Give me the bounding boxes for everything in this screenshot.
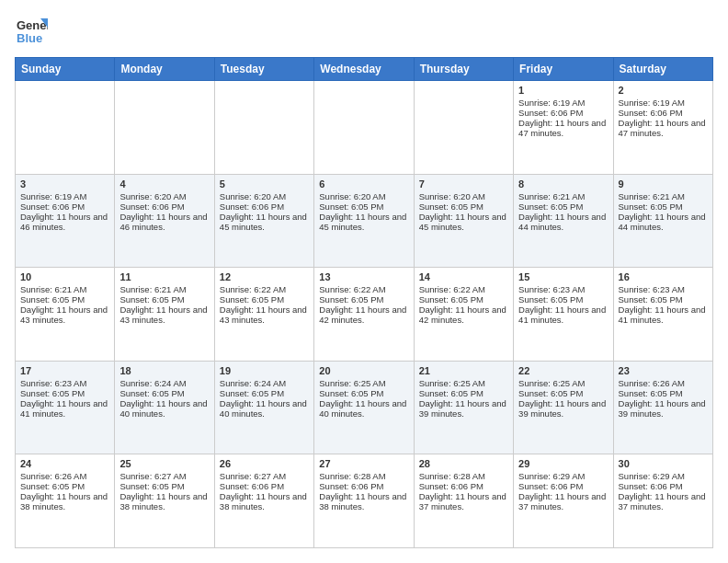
daylight-text: Daylight: 11 hours and 45 minutes. xyxy=(220,212,309,232)
sunset-text: Sunset: 6:06 PM xyxy=(119,201,209,212)
day-number: 24 xyxy=(20,458,109,469)
day-number: 21 xyxy=(419,365,508,376)
day-number: 6 xyxy=(319,178,408,190)
day-number: 15 xyxy=(518,271,608,282)
logo-icon: General Blue xyxy=(15,15,48,48)
sunrise-text: Sunrise: 6:22 AM xyxy=(419,284,508,294)
calendar-cell-16: 16Sunrise: 6:23 AMSunset: 6:05 PMDayligh… xyxy=(613,268,712,362)
daylight-text: Daylight: 11 hours and 42 minutes. xyxy=(319,304,408,325)
day-number: 3 xyxy=(20,178,109,190)
daylight-text: Daylight: 11 hours and 37 minutes. xyxy=(619,491,708,511)
sunrise-text: Sunrise: 6:26 AM xyxy=(20,471,109,481)
sunset-text: Sunset: 6:06 PM xyxy=(619,481,708,491)
day-number: 9 xyxy=(619,178,708,190)
daylight-text: Daylight: 11 hours and 38 minutes. xyxy=(20,491,109,511)
calendar-cell-22: 22Sunrise: 6:25 AMSunset: 6:05 PMDayligh… xyxy=(514,361,613,454)
day-number: 2 xyxy=(619,85,708,96)
sunrise-text: Sunrise: 6:28 AM xyxy=(319,471,408,481)
daylight-text: Daylight: 11 hours and 45 minutes. xyxy=(319,212,408,232)
day-number: 20 xyxy=(319,365,408,376)
sunset-text: Sunset: 6:05 PM xyxy=(518,388,608,398)
sunset-text: Sunset: 6:06 PM xyxy=(518,108,608,118)
daylight-text: Daylight: 11 hours and 45 minutes. xyxy=(419,212,508,232)
calendar-cell-empty xyxy=(16,81,115,175)
calendar-header-wednesday: Wednesday xyxy=(314,58,414,81)
day-number: 26 xyxy=(220,458,309,469)
sunrise-text: Sunrise: 6:20 AM xyxy=(419,191,508,201)
sunset-text: Sunset: 6:05 PM xyxy=(619,388,708,398)
calendar-header-saturday: Saturday xyxy=(613,58,712,81)
sunset-text: Sunset: 6:05 PM xyxy=(220,388,309,398)
calendar-cell-20: 20Sunrise: 6:25 AMSunset: 6:05 PMDayligh… xyxy=(314,361,414,454)
day-number: 19 xyxy=(220,365,309,376)
sunrise-text: Sunrise: 6:29 AM xyxy=(619,471,708,481)
calendar-header-friday: Friday xyxy=(514,58,613,81)
sunrise-text: Sunrise: 6:23 AM xyxy=(20,378,109,388)
day-number: 23 xyxy=(619,365,708,376)
sunrise-text: Sunrise: 6:21 AM xyxy=(518,191,608,201)
daylight-text: Daylight: 11 hours and 37 minutes. xyxy=(419,491,508,511)
day-number: 17 xyxy=(20,365,109,376)
sunset-text: Sunset: 6:05 PM xyxy=(619,201,708,212)
sunrise-text: Sunrise: 6:26 AM xyxy=(619,378,708,388)
calendar-table: SundayMondayTuesdayWednesdayThursdayFrid… xyxy=(15,57,713,548)
day-number: 7 xyxy=(419,178,508,190)
sunset-text: Sunset: 6:05 PM xyxy=(319,201,408,212)
svg-text:Blue: Blue xyxy=(17,31,42,45)
calendar-cell-4: 4Sunrise: 6:20 AMSunset: 6:06 PMDaylight… xyxy=(115,174,214,268)
sunrise-text: Sunrise: 6:22 AM xyxy=(319,284,408,294)
calendar-cell-29: 29Sunrise: 6:29 AMSunset: 6:06 PMDayligh… xyxy=(514,454,613,548)
day-number: 27 xyxy=(319,458,408,469)
calendar-cell-15: 15Sunrise: 6:23 AMSunset: 6:05 PMDayligh… xyxy=(514,268,613,362)
sunset-text: Sunset: 6:05 PM xyxy=(319,388,408,398)
sunrise-text: Sunrise: 6:19 AM xyxy=(20,191,109,201)
sunrise-text: Sunrise: 6:29 AM xyxy=(518,471,608,481)
calendar-cell-14: 14Sunrise: 6:22 AMSunset: 6:05 PMDayligh… xyxy=(414,268,513,362)
sunrise-text: Sunrise: 6:24 AM xyxy=(220,378,309,388)
calendar-header-row: SundayMondayTuesdayWednesdayThursdayFrid… xyxy=(16,58,713,81)
sunset-text: Sunset: 6:06 PM xyxy=(20,201,109,212)
sunset-text: Sunset: 6:05 PM xyxy=(419,388,508,398)
sunrise-text: Sunrise: 6:23 AM xyxy=(518,284,608,294)
calendar-header-monday: Monday xyxy=(115,58,214,81)
sunset-text: Sunset: 6:06 PM xyxy=(220,201,309,212)
calendar-cell-18: 18Sunrise: 6:24 AMSunset: 6:05 PMDayligh… xyxy=(115,361,214,454)
day-number: 1 xyxy=(518,85,608,96)
calendar-cell-9: 9Sunrise: 6:21 AMSunset: 6:05 PMDaylight… xyxy=(613,174,712,268)
sunset-text: Sunset: 6:05 PM xyxy=(518,294,608,304)
day-number: 14 xyxy=(419,271,508,282)
day-number: 16 xyxy=(619,271,708,282)
sunset-text: Sunset: 6:06 PM xyxy=(319,481,408,491)
daylight-text: Daylight: 11 hours and 40 minutes. xyxy=(319,398,408,419)
calendar-cell-1: 1Sunrise: 6:19 AMSunset: 6:06 PMDaylight… xyxy=(514,81,613,175)
calendar-header-tuesday: Tuesday xyxy=(214,58,313,81)
calendar-cell-24: 24Sunrise: 6:26 AMSunset: 6:05 PMDayligh… xyxy=(16,454,115,548)
daylight-text: Daylight: 11 hours and 37 minutes. xyxy=(518,491,608,511)
sunrise-text: Sunrise: 6:21 AM xyxy=(619,191,708,201)
sunrise-text: Sunrise: 6:27 AM xyxy=(119,471,209,481)
calendar-cell-empty xyxy=(414,81,513,175)
logo: General Blue xyxy=(15,15,51,48)
day-number: 30 xyxy=(619,458,708,469)
sunrise-text: Sunrise: 6:20 AM xyxy=(220,191,309,201)
sunset-text: Sunset: 6:05 PM xyxy=(20,294,109,304)
day-number: 18 xyxy=(119,365,209,376)
sunrise-text: Sunrise: 6:25 AM xyxy=(419,378,508,388)
calendar-cell-11: 11Sunrise: 6:21 AMSunset: 6:05 PMDayligh… xyxy=(115,268,214,362)
calendar-cell-28: 28Sunrise: 6:28 AMSunset: 6:06 PMDayligh… xyxy=(414,454,513,548)
daylight-text: Daylight: 11 hours and 39 minutes. xyxy=(619,398,708,419)
calendar-week-4: 24Sunrise: 6:26 AMSunset: 6:05 PMDayligh… xyxy=(16,454,713,548)
daylight-text: Daylight: 11 hours and 38 minutes. xyxy=(119,491,209,511)
page: General Blue SundayMondayTuesdayWednesda… xyxy=(0,0,728,563)
calendar-cell-6: 6Sunrise: 6:20 AMSunset: 6:05 PMDaylight… xyxy=(314,174,414,268)
day-number: 13 xyxy=(319,271,408,282)
calendar-cell-12: 12Sunrise: 6:22 AMSunset: 6:05 PMDayligh… xyxy=(214,268,313,362)
day-number: 28 xyxy=(419,458,508,469)
daylight-text: Daylight: 11 hours and 41 minutes. xyxy=(518,304,608,325)
daylight-text: Daylight: 11 hours and 43 minutes. xyxy=(119,304,209,325)
daylight-text: Daylight: 11 hours and 38 minutes. xyxy=(220,491,309,511)
calendar-cell-7: 7Sunrise: 6:20 AMSunset: 6:05 PMDaylight… xyxy=(414,174,513,268)
calendar-cell-empty xyxy=(115,81,214,175)
calendar-cell-21: 21Sunrise: 6:25 AMSunset: 6:05 PMDayligh… xyxy=(414,361,513,454)
sunrise-text: Sunrise: 6:19 AM xyxy=(619,98,708,108)
